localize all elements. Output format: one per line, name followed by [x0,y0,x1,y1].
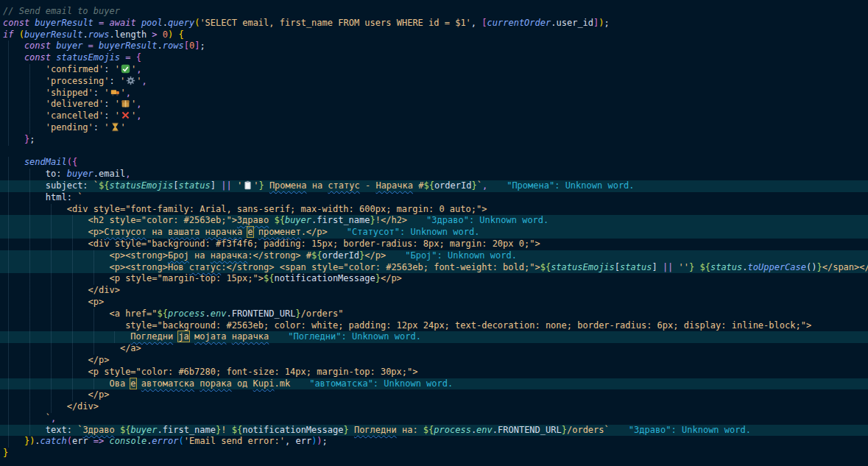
indent-guide [3,425,24,437]
token: ` [46,413,51,423]
indent-guide [24,180,46,192]
indent-guide [88,343,110,355]
code-line[interactable]: 'shipped': '', [0,88,868,99]
code-line[interactable]: <p style="color: #6b7280; font-size: 14p… [0,367,868,378]
token: const [3,18,35,28]
code-line[interactable]: <p> [0,297,868,308]
token: ' [104,88,109,98]
indent-guide [3,169,24,180]
token: // Send email to buyer [3,6,120,16]
indent-guide [24,320,46,332]
code-line[interactable]: const buyerResult = await pool.query('SE… [0,18,868,29]
code-line[interactable]: text: `Здраво ${buyer.first_name}! ${not… [0,425,868,437]
token: , [482,180,487,191]
token: .mk [274,378,290,389]
token [264,180,269,191]
token: .first_name [311,215,370,225]
code-line[interactable]: <p style="margin-top: 15px;">${notificat… [0,273,868,285]
indent-guide [88,250,110,262]
code-line[interactable]: to: buyer.email, [0,169,868,180]
token: од [232,378,253,389]
code-line[interactable]: 'cancelled': '', [0,110,868,122]
code-line[interactable]: sendMail({ [0,157,868,169]
code-line[interactable] [0,146,868,158]
token: => [93,436,104,446]
truck-emoji [110,88,121,97]
code-line[interactable]: </p> [0,389,868,401]
code-line[interactable]: style="background: #2563eb; color: white… [0,320,868,332]
code-line[interactable]: <p><strong>Нов статус:</strong> <span st… [0,262,868,274]
code-line[interactable]: <p>Статусот на вашата нарачка е променет… [0,227,868,239]
code-line[interactable]: `, [0,413,868,425]
code-line[interactable]: <div style="font-family: Arial, sans-ser… [0,204,868,216]
code-line[interactable]: </p> [0,355,868,367]
code-line[interactable]: <p><strong>Број на нарачка:</strong> #${… [0,250,868,262]
token: ${ [423,425,434,435]
indent-guide [88,378,110,390]
token: Нарачка [375,180,413,191]
code-line[interactable]: </div> [0,401,868,413]
code-line[interactable]: } [0,448,868,459]
code-line[interactable]: 'confirmed': '', [0,64,868,76]
code-line[interactable]: subject: `${statusEmojis[status] || ''} … [0,180,868,192]
indent-guide [3,331,24,343]
token: .FRONTEND_URL [226,308,295,319]
indent-guide [67,320,88,332]
code-line[interactable]: }; [0,134,868,146]
token: rows [88,29,110,40]
code-line[interactable]: </a> [0,343,868,355]
token: 'shipped' [46,88,93,98]
code-line[interactable]: const statusEmojis = { [0,52,868,64]
indent-guide [67,285,88,297]
token: status [178,180,210,191]
token: [ [615,262,620,272]
indent-guide [67,389,88,401]
token: } [343,425,348,435]
token: ; [604,18,610,28]
token: buyerResult [24,29,82,40]
code-line[interactable]: <h2 style="color: #2563eb;">Здраво ${buy… [0,215,868,227]
token: status [620,262,652,272]
token: ${ [264,273,274,283]
indent-guide [46,227,67,239]
code-line[interactable]: 'processing': '', [0,76,868,88]
code-line[interactable]: 'pending': '' [0,122,868,134]
token: html: [46,192,77,202]
code-line[interactable]: // Send email to buyer [0,6,868,18]
code-line[interactable]: html: ` [0,192,868,204]
code-line[interactable]: <a href="${process.env.FRONTEND_URL}/ord… [0,308,868,320]
token: ; [322,436,328,446]
indent-guide [3,262,24,274]
token: , [136,110,141,121]
token: ) [317,436,322,446]
indent-guide [3,401,24,413]
indent-guide [67,367,88,378]
indent-guide [67,273,88,285]
token: , [136,64,141,74]
indent-guide [24,227,46,239]
code-line[interactable]: const buyer = buyerResult.rows[0]; [0,40,868,52]
token: статус [328,180,359,191]
code-line[interactable]: 'delivered': '', [0,99,868,110]
code-line[interactable]: <div style="background: #f3f4f6; padding… [0,239,868,250]
token: </div> [67,401,99,412]
token: process [434,425,471,435]
token: orderId [434,180,472,191]
token: Погледни [354,425,397,435]
token: ( [178,436,183,446]
code-line[interactable]: Ова е автоматска порака од Kupi.mk"автом… [0,378,868,390]
code-line[interactable]: Погледни ја мојата нарачка"Погледни": Un… [0,331,868,343]
code-editor[interactable]: // Send email to buyerconst buyerResult … [0,0,868,466]
token: вашата [168,227,200,237]
token: ${ [311,250,322,261]
spellcheck-annotation: "Здраво": Unknown word. [629,425,751,435]
token: ' [121,122,126,133]
token: , [51,413,56,423]
token: { [136,52,141,63]
code-line[interactable]: if (buyerResult.rows.length > 0) { [0,29,868,41]
token: ${ [99,180,109,191]
code-line[interactable]: }).catch(err => console.error('Email sen… [0,436,868,448]
code-line[interactable]: </div> [0,285,868,297]
indent-guide [3,64,24,76]
token: [ [184,40,189,51]
